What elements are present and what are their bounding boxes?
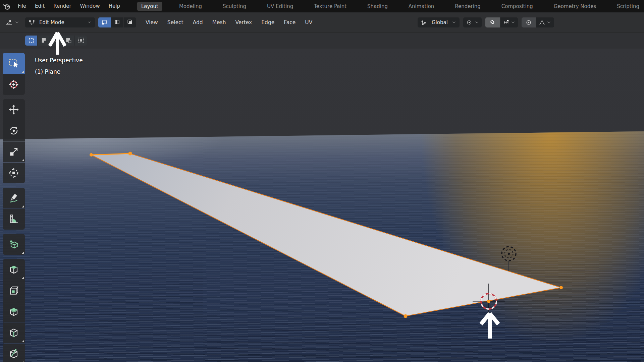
orientation-label: Global (430, 19, 450, 25)
proportional-editing-icon (525, 19, 532, 26)
pivot-point-dropdown[interactable] (463, 17, 482, 27)
tool-inset-faces-button[interactable] (3, 280, 25, 301)
transform-orientation-dropdown[interactable]: Global (418, 17, 460, 27)
tool-annotate-button[interactable] (3, 188, 25, 208)
falloff-curve-icon (539, 19, 545, 26)
tool-add-cube-button[interactable] (3, 234, 25, 255)
tab-rendering[interactable]: Rendering (451, 2, 485, 11)
menu-help[interactable]: Help (104, 0, 124, 12)
snap-toggle-button[interactable] (485, 17, 500, 27)
menu-file[interactable]: File (13, 0, 31, 12)
loop-cut-icon (8, 327, 19, 338)
face-select-icon (127, 19, 133, 25)
proportional-editing-toggle[interactable] (522, 17, 536, 27)
measure-icon (8, 214, 19, 225)
snap-target-icon (503, 19, 509, 25)
menu-face[interactable]: Face (279, 17, 300, 27)
top-menu-bar: File Edit Render Window Help Layout Mode… (0, 0, 644, 12)
select-intersect-icon (78, 37, 84, 44)
menu-mesh[interactable]: Mesh (208, 17, 231, 27)
menu-render[interactable]: Render (49, 0, 75, 12)
viewport-editor-icon (5, 19, 13, 26)
annotate-icon (8, 193, 19, 203)
tab-scripting[interactable]: Scripting (613, 2, 643, 11)
editor-type-button[interactable] (3, 17, 22, 27)
tool-bevel-button[interactable] (3, 301, 25, 322)
tool-measure-button[interactable] (3, 209, 25, 230)
menu-view[interactable]: View (141, 17, 163, 27)
tool-scale-button[interactable] (3, 141, 25, 162)
menu-uv[interactable]: UV (300, 17, 317, 27)
select-mode-extend-button[interactable] (50, 36, 62, 46)
tool-transform-button[interactable] (3, 163, 25, 183)
subtool-indicator (22, 159, 24, 161)
scale-icon (8, 146, 19, 157)
mode-dropdown-label: Edit Mode (37, 19, 85, 25)
falloff-dropdown[interactable] (536, 17, 554, 27)
menu-select[interactable]: Select (163, 17, 188, 27)
tab-uv-editing[interactable]: UV Editing (263, 2, 297, 11)
subtool-indicator (22, 340, 24, 342)
tab-modeling[interactable]: Modeling (175, 2, 206, 11)
chevron-down-icon (475, 20, 479, 24)
tab-shading[interactable]: Shading (363, 2, 392, 11)
tab-compositing[interactable]: Compositing (497, 2, 537, 11)
tool-extrude-region-button[interactable] (3, 259, 25, 280)
active-object-label: (1) Plane (35, 66, 83, 77)
subtool-indicator (22, 252, 24, 254)
tool-settings-bar (0, 32, 644, 49)
snapping-group (485, 17, 518, 27)
select-extend-icon (53, 37, 59, 44)
3d-viewport[interactable]: User Perspective (1) Plane (0, 49, 644, 362)
face-select-button[interactable] (123, 17, 136, 27)
tool-rotate-button[interactable] (3, 120, 25, 141)
tab-sculpting[interactable]: Sculpting (219, 2, 250, 11)
chevron-down-icon (87, 20, 92, 24)
select-set-icon (28, 37, 35, 44)
tool-cursor-button[interactable] (3, 74, 25, 95)
menu-edit[interactable]: Edit (31, 0, 49, 12)
select-mode-new-button[interactable] (37, 36, 50, 46)
transform-icon (8, 168, 19, 178)
blender-window: File Edit Render Window Help Layout Mode… (0, 0, 644, 362)
tool-knife-button[interactable] (3, 344, 25, 362)
snap-target-dropdown[interactable] (500, 17, 518, 27)
menu-vertex[interactable]: Vertex (230, 17, 257, 27)
select-mode-set-button[interactable] (25, 36, 37, 46)
blender-logo-icon[interactable] (0, 2, 13, 10)
ocean-water (0, 131, 644, 362)
select-mode-subtract-button[interactable] (62, 36, 74, 46)
tab-layout[interactable]: Layout (137, 2, 162, 11)
menu-edge[interactable]: Edge (257, 17, 279, 27)
viewport-overlay-text: User Perspective (1) Plane (35, 55, 83, 77)
tool-select-box-button[interactable] (3, 53, 25, 74)
mode-dropdown[interactable]: Edit Mode (25, 17, 95, 27)
extrude-region-icon (8, 264, 19, 275)
tab-geometry-nodes[interactable]: Geometry Nodes (550, 2, 600, 11)
menu-window[interactable]: Window (76, 0, 104, 12)
menu-add[interactable]: Add (188, 17, 208, 27)
select-mode-group (98, 17, 136, 27)
viewport-header: Edit Mode (0, 12, 644, 33)
tab-texture-paint[interactable]: Texture Paint (310, 2, 351, 11)
subtool-indicator (22, 71, 24, 73)
rotate-icon (8, 125, 19, 136)
select-box-mode-group (25, 36, 87, 46)
tool-loop-cut-button[interactable] (3, 322, 25, 343)
select-new-icon (41, 37, 47, 44)
snap-magnet-icon (489, 19, 496, 26)
pivot-point-icon (466, 19, 473, 26)
select-box-icon (8, 58, 19, 69)
vertex-select-button[interactable] (98, 17, 111, 27)
tool-move-button[interactable] (3, 99, 25, 120)
knife-icon (8, 349, 19, 359)
chevron-down-icon (547, 20, 551, 24)
cursor-icon (8, 79, 19, 90)
toolbar (3, 53, 25, 362)
chevron-down-icon (15, 20, 19, 24)
select-mode-intersect-button[interactable] (74, 36, 87, 46)
edge-select-button[interactable] (111, 17, 123, 27)
move-icon (8, 104, 19, 115)
tab-animation[interactable]: Animation (405, 2, 438, 11)
subtool-indicator (22, 205, 24, 207)
